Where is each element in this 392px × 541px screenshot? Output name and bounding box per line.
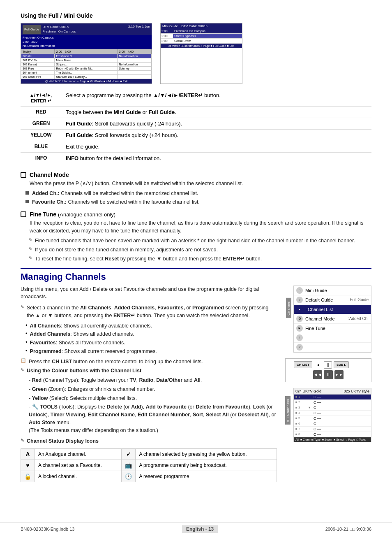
managing-left: Using this menu, you can Add / Delete or…: [21, 286, 277, 483]
key-row: YELLOW Full Guide: Scroll forwards quick…: [21, 129, 371, 141]
full-guide-col-t2: 3:00 - 4:00: [118, 49, 152, 54]
full-guide-header: Full Guide DTV Cable 9001h Freshmen On C…: [21, 23, 152, 35]
channel-list-row[interactable]: ■ 2 C —: [294, 400, 371, 405]
panel-icon: ?: [296, 344, 303, 351]
channel-list-container: All Channels 824 UKTV Gold 825 UKTV styl…: [293, 388, 371, 442]
ch-number: ■ 1: [295, 395, 308, 399]
channel-list-row[interactable]: ■ 7 C —: [294, 427, 371, 432]
channel-list-row[interactable]: ■ 3 ♥ C —: [294, 405, 371, 411]
mini-row-prog: Freshmen On Campus: [173, 29, 242, 33]
panel-value: : Full Guide: [348, 297, 369, 302]
channel-panel-row: ○ Default Guide : Full Guide: [294, 295, 371, 305]
mini-row-prog: Social Draw: [173, 39, 242, 43]
note-text: Press the CH LIST button on the remote c…: [29, 358, 203, 366]
channel-list-row[interactable]: ■ 4 C —: [294, 411, 371, 416]
row-prog1: Freshmen O...: [55, 54, 118, 58]
channel-panel-row-highlighted[interactable]: • · Channel List: [294, 305, 371, 314]
channel-mode-section: Channel Mode When the press the P (∧/∨) …: [21, 172, 371, 206]
section-title-guide: Using the Full / Mini Guide: [21, 12, 371, 19]
colour-bullet: - 🔧 TOOLS (Tools): Displays the Delete (…: [29, 403, 277, 434]
key-label: ▲/▼/◄/►,ENTER ↵: [21, 90, 62, 107]
full-guide-footer: @ Watch □□ Information ○ Page ■ MiniGuid…: [21, 79, 152, 84]
remote-vol-icon: ||: [324, 361, 332, 369]
bullet-text: Favourites: Shows all favourite channels…: [30, 339, 125, 347]
fast-forward-button[interactable]: ►►: [334, 370, 344, 379]
section-divider: [21, 268, 371, 269]
mini-guide-row: 2:00 Freshmen On Campus: [161, 29, 242, 34]
page-footer: BN68-02333K-Eng.indb 13 English - 13 200…: [0, 522, 392, 533]
channel-list-row[interactable]: ■ 6 C —: [294, 421, 371, 427]
full-guide-col-t1: 2:00 - 3:00: [55, 49, 118, 54]
ch-name: C —: [314, 416, 369, 420]
header-ch2: 825 UKTV style: [344, 389, 369, 393]
channel-list-header: 824 UKTV Gold 825 UKTV style: [294, 388, 371, 395]
managing-right: Channel ○ Mini Guide ○ Default Guide : F…: [285, 286, 371, 483]
row-prog2: No Information: [118, 62, 152, 66]
colour-bullet: - Red (Channel Type): Toggle between you…: [29, 376, 277, 384]
note-item: ✎ Select a channel in the All Channels, …: [21, 304, 277, 320]
full-guide-detail-title: Freshmen On Campus: [23, 36, 150, 40]
fine-tune-title: Fine Tune (Analogue channel only): [30, 211, 115, 218]
row-ch: 904 unirent: [21, 70, 55, 74]
row-prog2: [118, 70, 152, 74]
status-desc: A channel set as a Favourite.: [35, 460, 122, 471]
guide-area: Full Guide DTV Cable 9001h Freshmen On C…: [21, 23, 371, 84]
full-guide-detail: Freshmen On Campus 2:00 - 2:30 No Detail…: [21, 35, 152, 49]
ch-number: ■ 4: [295, 411, 308, 415]
channel-list-row[interactable]: ■ 1 C —: [294, 395, 371, 400]
mini-guide-header: Mini Guide DTV Cable 9001h: [161, 23, 242, 29]
row-prog1: Robyn 40 with Dynamite Mi...: [55, 66, 118, 70]
status-row: 🔒 A locked channel. 🕐 A reserved program…: [21, 471, 277, 482]
rewind-button[interactable]: ◄◄: [313, 370, 322, 379]
page: Using the Full / Mini Guide Full Guide D…: [0, 0, 392, 541]
bullet-dot: •: [25, 339, 28, 345]
bullet-dot: •: [25, 322, 28, 328]
channel-panel-tab: Channel: [286, 298, 291, 318]
ch-name: C —: [314, 395, 369, 399]
panel-label: · Channel List: [305, 307, 366, 312]
channel-list-panel: 824 UKTV Gold 825 UKTV style ■ 1 C — ■ 2…: [293, 388, 371, 442]
mini-guide-footer: @ Watch □□ Information ○ Page ■ Full Gui…: [161, 44, 242, 48]
channel-panel-container: Channel ○ Mini Guide ○ Default Guide : F…: [293, 286, 371, 353]
bullet-text: Programmed: Shows all current reserved p…: [30, 348, 157, 355]
row-ch: 900 rte: [21, 54, 55, 58]
row-prog1: Stripes...: [55, 62, 118, 66]
channel-panel-row: ⚙ Channel Mode :Added Ch.: [294, 314, 371, 324]
remote-area: CH LIST ◄ || SUBT. ◄◄ ⏸ ►►: [285, 358, 371, 382]
status-icon: 🔒: [21, 471, 35, 482]
remote-speaker-icon: ◄: [314, 363, 322, 367]
subt-button[interactable]: SUBT.: [334, 361, 349, 368]
status-icon: A: [21, 449, 35, 460]
channel-panel-row: ► Fine Tune: [294, 324, 371, 333]
colour-bullet: - Green (Zoom): Enlarges or shrinks a ch…: [29, 385, 277, 393]
table-row: 904 unirent The Dublin...: [21, 70, 152, 74]
full-guide-col-today: Today: [21, 49, 55, 54]
status-desc: A reserved programme: [136, 471, 277, 482]
panel-label: Mini Guide: [305, 288, 366, 293]
status-row: ♥ A channel set as a Favourite. 📺 A prog…: [21, 460, 277, 471]
channel-mode-body: When the press the P (∧/∨) button, Chann…: [30, 180, 371, 188]
pause-button[interactable]: ⏸: [324, 370, 333, 379]
channel-list-row[interactable]: ■ 5 C —: [294, 416, 371, 421]
row-prog1: Micro Bama...: [55, 58, 118, 62]
key-row: RED Toggle between the Mini Guide or Ful…: [21, 106, 371, 118]
footer-page-num: English - 13: [182, 525, 218, 533]
status-row: A An Analogue channel. ✓ A channel selec…: [21, 449, 277, 460]
managing-intro: Using this menu, you can Add / Delete or…: [21, 286, 277, 301]
panel-value: :Added Ch.: [348, 316, 369, 321]
full-guide-box: Full Guide DTV Cable 9001h Freshmen On C…: [21, 23, 152, 84]
note-text: Select a channel in the All Channels, Ad…: [27, 304, 277, 320]
bullet-dot: •: [25, 348, 28, 354]
note-text: If you do not store the fine-tuned chann…: [35, 246, 218, 254]
chlist-button[interactable]: CH LIST: [294, 361, 312, 368]
row-prog1: The Dublin...: [55, 70, 118, 74]
ch-number: ■ 5: [295, 416, 308, 420]
channel-panel-row: ↑: [294, 333, 371, 343]
key-desc: Exit the guide.: [62, 141, 371, 152]
table-row: 900 rte Freshmen O... No Information: [21, 54, 152, 58]
bullet-item: • Added Channels: Shows all added channe…: [25, 330, 277, 338]
key-row: BLUE Exit the guide.: [21, 141, 371, 152]
ch-number: ■ 7: [295, 427, 308, 431]
channel-list-row[interactable]: ■ 8 C —: [294, 432, 371, 437]
footer-right: 2009-10-21 □□ 9:00:36: [325, 527, 371, 532]
